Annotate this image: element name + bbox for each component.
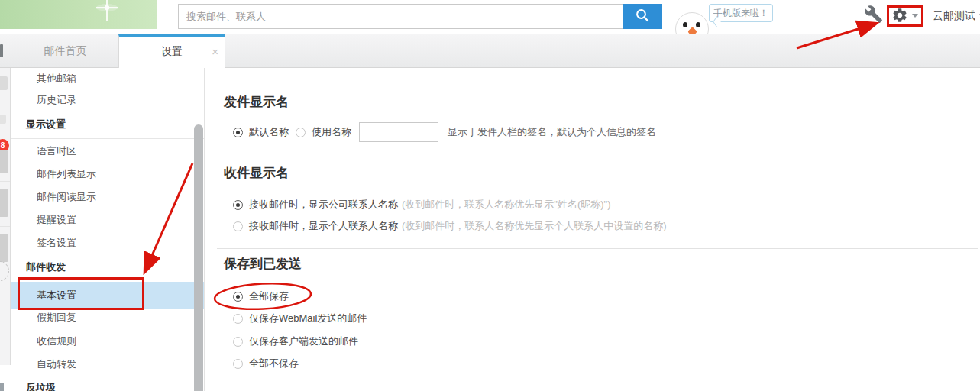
sidebar-item-basic-settings[interactable]: 基本设置 [11,282,204,309]
radio-off-icon[interactable] [233,221,243,231]
option-note: (收到邮件时，联系人名称优先显示"姓名(昵称)") [402,198,611,212]
option-label: 接收邮件时，显示个人联系人名称 [249,219,398,233]
section-divider [217,157,978,157]
user-menu[interactable]: 云邮测试 [933,9,980,23]
wrench-icon [864,5,883,24]
sidebar-item-history[interactable]: 历史记录 [11,89,204,110]
fragment-icon [0,383,4,391]
promo-bubble-label: 手机版来啦！ [713,8,768,18]
fragment-icon [0,115,6,124]
section-title-save-to-sent: 保存到已发送 [224,255,302,273]
option-save-all[interactable]: 全部保存 [233,286,289,306]
sidebar-item-language-timezone[interactable]: 语言时区 [11,141,204,161]
tab-mail-home[interactable]: 邮件首页 [12,34,119,67]
section-title-sender-display-name: 发件显示名 [224,93,289,111]
radio-on-icon[interactable] [233,200,243,210]
fragment-icon [0,150,8,173]
search-button[interactable] [623,4,662,29]
gear-icon [891,7,908,24]
sidebar-divider [11,138,204,139]
promo-bubble[interactable]: 手机版来啦！ [709,4,773,22]
sidebar-divider [11,376,204,376]
fragment-icon [0,189,8,217]
option-custom-name[interactable]: 使用名称 显示于发件人栏的签名，默认为个人信息的签名 [296,122,656,142]
fragment-divider [0,181,10,182]
option-label: 接收邮件时，显示公司联系人名称 [249,198,398,212]
sidebar-scrollbar[interactable] [194,124,203,391]
option-save-webmail-only[interactable]: 仅保存WebMail发送的邮件 [233,309,367,328]
option-label: 仅保存客户端发送的邮件 [249,334,358,348]
option-note: (收到邮件时，联系人名称优先显示个人联系人中设置的名称) [402,219,667,233]
sidebar-item-reminder-settings[interactable]: 提醒设置 [11,209,204,230]
option-save-client-only[interactable]: 仅保存客户端发送的邮件 [233,331,358,351]
option-label: 全部不保存 [249,357,299,370]
radio-off-icon[interactable] [233,314,243,324]
radio-on-icon[interactable] [233,292,243,302]
fragment-icon [0,76,8,90]
user-menu-label: 云邮测试 [933,9,975,21]
fragment-icon [0,234,8,262]
webmail-app: 手机版来啦！ 云邮测试 邮件首页 设置 × 8 [0,0,980,391]
close-icon[interactable]: × [212,37,218,66]
dashed-circle-fragment [0,261,9,281]
mascot-eye [683,22,687,27]
section-title-recipient-display-name: 收件显示名 [224,164,289,182]
option-save-none[interactable]: 全部不保存 [233,354,299,373]
tabbar: 邮件首页 设置 × [0,34,980,68]
radio-on-icon[interactable] [233,128,243,137]
custom-name-input[interactable] [359,122,438,142]
tab-settings-label: 设置 [161,45,183,57]
option-label: 全部保存 [249,289,289,303]
option-label: 默认名称 [249,125,289,139]
section-divider [217,380,978,380]
sidebar-item-vacation-reply[interactable]: 假期回复 [11,307,204,328]
topbar: 手机版来啦！ 云邮测试 [0,0,980,34]
chevron-down-icon [912,14,918,18]
sparkle-icon [84,0,130,34]
section-divider [217,248,978,249]
wrench-button[interactable] [864,5,883,27]
mascot-eye [696,22,700,27]
settings-gear-button[interactable] [891,7,908,27]
radio-off-icon[interactable] [233,337,243,347]
option-label: 使用名称 [312,125,351,139]
radio-off-icon[interactable] [296,128,306,137]
option-company-contact-name[interactable]: 接收邮件时，显示公司联系人名称 (收到邮件时，联系人名称优先显示"姓名(昵称)"… [233,195,611,215]
option-personal-contact-name[interactable]: 接收邮件时，显示个人联系人名称 (收到邮件时，联系人名称优先显示个人联系人中设置… [233,216,667,236]
tab-settings[interactable]: 设置 × [118,34,225,68]
sidebar-item-other-mailbox[interactable]: 其他邮箱 [11,68,204,89]
radio-off-icon[interactable] [233,359,243,369]
search-input[interactable] [178,4,630,29]
background-fragments: 8 [0,68,11,365]
sidebar-item-mail-list-display[interactable]: 邮件列表显示 [11,163,204,184]
sidebar-item-receive-rules[interactable]: 收信规则 [11,331,204,351]
option-default-name[interactable]: 默认名称 [233,122,289,142]
left-tab-fragment [0,44,3,57]
sidebar-item-signature-settings[interactable]: 签名设置 [11,232,204,253]
sidebar-item-mail-read-display[interactable]: 邮件阅读显示 [11,186,204,207]
sidebar-group-mail-send-receive: 邮件收发 [11,257,204,277]
settings-sidebar: 其他邮箱 历史记录 显示设置 语言时区 邮件列表显示 邮件阅读显示 提醒设置 签… [11,68,205,391]
option-label: 仅保存WebMail发送的邮件 [249,312,367,325]
sidebar-group-anti-spam: 反垃圾 [11,377,204,391]
search-icon [634,7,651,24]
input-note: 显示于发件人栏的签名，默认为个人信息的签名 [448,125,656,139]
sidebar-item-auto-forward[interactable]: 自动转发 [11,354,204,374]
fragment-divider [0,226,10,227]
sidebar-group-display-settings: 显示设置 [11,114,204,134]
brand-banner [0,0,157,29]
